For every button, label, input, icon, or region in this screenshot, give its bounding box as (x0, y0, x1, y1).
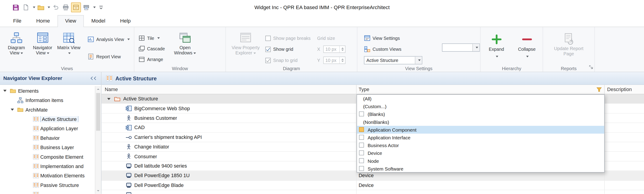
checkbox-icon[interactable] (359, 151, 364, 156)
show-page-breaks-checkbox-row[interactable]: Show page breaks (266, 34, 310, 42)
tree-item-behavior[interactable]: Behavior (0, 133, 101, 143)
filter-option-custom[interactable]: (Custom...) (357, 102, 604, 110)
style-combobox[interactable] (442, 43, 480, 52)
matrix-view-button[interactable]: Matrix View (56, 30, 82, 57)
tree-item-application-layer[interactable]: Application Layer (0, 124, 101, 133)
expander-icon[interactable] (11, 109, 14, 111)
checkbox-icon[interactable] (359, 127, 364, 132)
update-report-page-button[interactable]: Update Report Page (552, 30, 586, 57)
tree-item-business-layer[interactable]: Business Layer (0, 143, 101, 152)
cascade-button[interactable]: Cascade (136, 44, 168, 54)
print-button[interactable] (61, 2, 70, 12)
matrix-view-icon (62, 30, 75, 45)
view-settings-button[interactable]: View Settings (362, 33, 422, 43)
tree-item-active-structure[interactable]: Active Structure (0, 114, 101, 124)
checkbox-icon[interactable] (359, 158, 364, 163)
new-document-button[interactable] (21, 2, 31, 12)
undo-button[interactable] (50, 2, 60, 12)
filter-option-device[interactable]: Device (357, 149, 604, 157)
open-button[interactable] (36, 2, 46, 12)
tree-item-elements[interactable]: Elements (0, 86, 101, 96)
ribbon-group-diagram: View Property Explorer Show page breaks … (226, 27, 357, 72)
customize-quick-access-button[interactable] (96, 2, 106, 12)
grid-size-y-spinner[interactable]: 10 px (323, 56, 346, 64)
tile-button[interactable]: Tile (136, 33, 168, 43)
report-view-icon (88, 53, 94, 60)
tree-item-archimate[interactable]: ArchiMate (0, 105, 101, 114)
checkbox-icon[interactable] (359, 111, 364, 117)
tab-help[interactable]: Help (113, 15, 138, 27)
filter-option-system-software[interactable]: System Software (357, 165, 604, 173)
spinner-arrows-icon[interactable] (339, 46, 345, 53)
analysis-view-button[interactable]: Analysis View (85, 34, 132, 44)
filter-option-business-actor[interactable]: Business Actor (357, 141, 604, 149)
diagram-view-button[interactable]: Diagram View (3, 30, 30, 57)
navigator-panel-header: Navigator View Explorer (0, 72, 101, 85)
arrange-button[interactable]: Arrange (136, 54, 168, 64)
device-icon (126, 192, 132, 194)
scroll-up-button[interactable] (96, 86, 101, 92)
navigator-view-button[interactable]: Navigator View (30, 30, 56, 57)
tab-view[interactable]: View (57, 15, 84, 27)
spinner-arrows-icon[interactable] (339, 57, 345, 64)
print-preview-button[interactable] (81, 2, 91, 12)
expand-plus-icon (491, 32, 502, 47)
combobox-dropdown-button[interactable] (415, 56, 422, 64)
filter-option-nonblanks[interactable]: (NonBlanks) (357, 118, 604, 126)
save-button[interactable] (11, 2, 20, 12)
scroll-down-button[interactable] (96, 188, 101, 194)
expander-icon[interactable] (107, 98, 110, 100)
view-property-explorer-button[interactable]: View Property Explorer (228, 30, 264, 57)
checkbox-icon[interactable] (359, 135, 364, 140)
collapse-panel-button[interactable] (90, 76, 98, 80)
view-list-icon (33, 192, 39, 194)
filter-option-node[interactable]: Node (357, 157, 604, 165)
snap-to-grid-checkbox-row[interactable]: Snap to grid (266, 56, 310, 64)
tree-item-passive-structure[interactable]: Passive Structure (0, 180, 101, 190)
scrollbar-thumb[interactable] (96, 93, 100, 131)
filter-funnel-icon[interactable] (596, 87, 602, 93)
tab-home[interactable]: Home (29, 15, 57, 27)
checkbox-icon[interactable] (266, 35, 271, 41)
tree-item-information-items[interactable]: Information items (0, 96, 101, 105)
tree-item-motivation-elements[interactable]: Motivation Elements (0, 171, 101, 180)
expander-icon[interactable] (3, 90, 6, 92)
open-windows-icon (179, 30, 191, 45)
report-view-button[interactable]: Report View (85, 52, 132, 62)
active-structure-view: Active Structure Name Type Description A… (102, 72, 644, 194)
table-row-partial[interactable] (102, 190, 644, 194)
tab-file[interactable]: File (6, 15, 29, 27)
grid-size-x-spinner[interactable]: 10 px (323, 46, 346, 53)
filter-option-application-interface[interactable]: Application Interface (357, 134, 604, 141)
filter-option-all[interactable]: (All) (357, 95, 604, 102)
checkbox-checked-icon[interactable] (266, 46, 271, 52)
column-header-description[interactable]: Description (605, 85, 644, 94)
open-windows-button[interactable]: Open Windows (170, 30, 200, 57)
active-view-combobox[interactable]: Active Structure (364, 56, 422, 64)
show-grid-checkbox-row[interactable]: Show grid (266, 46, 310, 53)
tree-item-partial[interactable] (0, 190, 101, 194)
page-setup-toggle-button[interactable] (71, 2, 81, 12)
open-dropdown[interactable] (46, 2, 50, 12)
new-document-dropdown[interactable] (31, 2, 35, 12)
collapse-button[interactable]: Collapse (515, 31, 538, 60)
business-actor-icon (126, 115, 132, 121)
combobox-dropdown-button[interactable] (472, 44, 480, 51)
checkbox-checked-icon[interactable] (266, 58, 271, 63)
navigator-view-explorer-panel: Navigator View Explorer Elements Informa… (0, 72, 102, 194)
column-header-type[interactable]: Type (356, 85, 604, 94)
column-header-name[interactable]: Name (102, 85, 357, 94)
checkbox-icon[interactable] (359, 143, 364, 148)
tab-model[interactable]: Model (84, 15, 113, 27)
tree-scrollbar[interactable] (95, 86, 101, 194)
filter-option-application-component[interactable]: Application Component (357, 126, 604, 134)
table-row[interactable]: Dell PowerEdge Blade Device (102, 181, 644, 190)
tree-item-implementation[interactable]: Implementation and (0, 161, 101, 171)
print-preview-dropdown[interactable] (92, 2, 96, 12)
view-list-icon (33, 154, 39, 160)
filter-option-blanks[interactable]: (Blanks) (357, 110, 604, 118)
tree-item-composite-elements[interactable]: Composite Element (0, 152, 101, 161)
checkbox-icon[interactable] (359, 166, 364, 171)
expand-button[interactable]: Expand (484, 31, 508, 60)
custom-views-button[interactable]: Custom Views (362, 44, 422, 54)
